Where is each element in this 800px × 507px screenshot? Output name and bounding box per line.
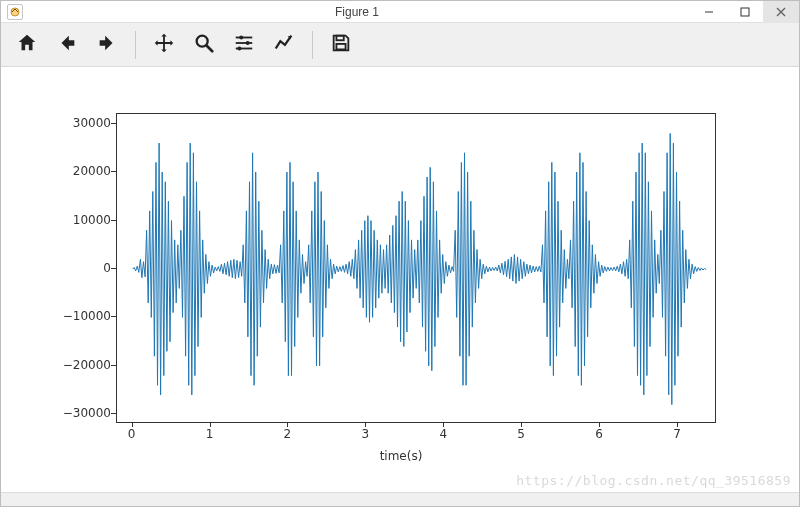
toolbar-separator [135,31,136,59]
svg-rect-14 [336,44,345,49]
x-tick-label: 7 [657,427,697,441]
x-tick-label: 6 [579,427,619,441]
x-axis-label: time(s) [1,449,800,463]
subplots-button[interactable] [224,25,264,65]
y-tick-label: 0 [61,261,111,275]
figure-window: Figure 1 [0,0,800,507]
x-tick-label: 5 [501,427,541,441]
y-tick-label: 20000 [61,164,111,178]
home-icon [16,32,38,57]
waveform-line [117,114,716,423]
svg-point-8 [239,35,243,39]
zoom-icon [193,32,215,57]
zoom-button[interactable] [184,25,224,65]
toolbar [1,23,799,67]
minimize-button[interactable] [691,1,727,23]
back-button[interactable] [47,25,87,65]
x-tick-label: 2 [267,427,307,441]
y-tick-label: 30000 [61,116,111,130]
chart-line-icon [273,32,295,57]
window-buttons [691,1,799,23]
y-tick-label: −30000 [61,406,111,420]
move-icon [153,32,175,57]
x-tick-label: 0 [112,427,152,441]
maximize-button[interactable] [727,1,763,23]
svg-point-10 [246,41,250,45]
x-tick-label: 1 [190,427,230,441]
edit-axis-button[interactable] [264,25,304,65]
sliders-icon [233,32,255,57]
svg-rect-13 [336,36,343,41]
app-icon [7,4,23,20]
arrow-left-icon [56,32,78,57]
save-button[interactable] [321,25,361,65]
y-tick-label: 10000 [61,213,111,227]
pan-button[interactable] [144,25,184,65]
figure-canvas[interactable]: −30000−20000−100000100002000030000 01234… [1,67,799,492]
axes [116,113,716,423]
watermark-text: https://blog.csdn.net/qq_39516859 [516,473,791,488]
close-button[interactable] [763,1,799,23]
y-tick-label: −20000 [61,358,111,372]
x-tick-label: 4 [423,427,463,441]
titlebar: Figure 1 [1,1,799,23]
svg-line-6 [207,46,213,52]
window-title: Figure 1 [23,5,691,19]
x-tick-label: 3 [345,427,385,441]
save-icon [330,32,352,57]
svg-rect-2 [741,8,749,16]
arrow-right-icon [96,32,118,57]
toolbar-separator [312,31,313,59]
y-tick-label: −10000 [61,309,111,323]
forward-button[interactable] [87,25,127,65]
statusbar [1,492,799,506]
home-button[interactable] [7,25,47,65]
svg-point-12 [237,46,241,50]
